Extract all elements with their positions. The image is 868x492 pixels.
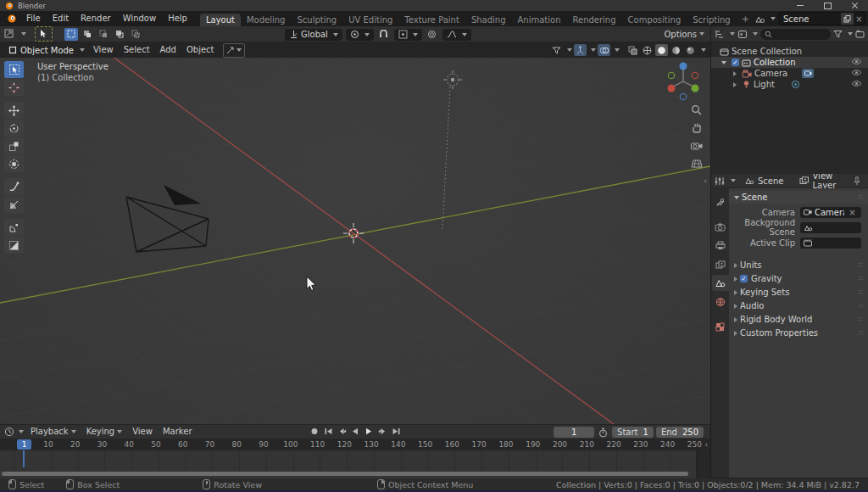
drag-handle-icon[interactable] — [859, 316, 863, 323]
outliner-row-camera[interactable]: Camera — [711, 68, 868, 79]
properties-editor-icon[interactable] — [715, 176, 725, 186]
disclosure-triangle-icon[interactable] — [733, 71, 737, 76]
disclosure-triangle-icon[interactable] — [721, 61, 726, 64]
play-button[interactable] — [364, 426, 375, 437]
playhead-line[interactable] — [23, 450, 25, 467]
breadcrumb-scene[interactable]: Scene — [758, 176, 784, 186]
timeline-menu-keying[interactable]: Keying — [81, 425, 128, 439]
tool-move[interactable] — [4, 102, 24, 119]
pin-icon[interactable] — [853, 176, 861, 186]
hide-in-viewport-toggle[interactable] — [851, 58, 862, 65]
auto-keying-toggle[interactable] — [309, 426, 320, 437]
viewport-sidebar-toggle[interactable]: ‹ — [704, 176, 707, 185]
properties-tab-output[interactable] — [712, 238, 729, 254]
workspace-tab-layout[interactable]: Layout — [200, 14, 241, 26]
pivot-point-dropdown[interactable] — [346, 29, 374, 41]
menu-file[interactable]: File — [20, 11, 47, 26]
background-scene-field[interactable] — [800, 222, 861, 233]
drag-handle-icon[interactable] — [859, 193, 863, 201]
gravity-panel-header[interactable]: Gravity — [729, 272, 868, 285]
select-mode-subtract-button[interactable] — [97, 28, 110, 41]
camera-data-icon[interactable] — [802, 69, 814, 78]
collection-checkbox[interactable] — [732, 59, 739, 66]
shading-material-button[interactable] — [670, 44, 682, 56]
search-input[interactable] — [775, 30, 826, 38]
tool-add-primitive[interactable] — [4, 237, 24, 254]
select-mode-extend-button[interactable] — [81, 28, 94, 41]
custom-properties-panel-header[interactable]: Custom Properties — [729, 327, 868, 339]
snap-target-dropdown[interactable] — [394, 29, 422, 41]
tool-select-box[interactable] — [4, 61, 24, 78]
xray-toggle[interactable] — [626, 44, 639, 56]
scene-selector[interactable]: Scene — [778, 12, 865, 25]
minimize-button[interactable] — [787, 0, 814, 11]
playhead[interactable]: 1 — [17, 439, 31, 450]
drag-handle-icon[interactable] — [859, 261, 863, 269]
shading-rendered-button[interactable] — [684, 44, 697, 56]
show-gizmo-toggle[interactable] — [574, 44, 587, 56]
tool-add-cube[interactable] — [4, 219, 24, 236]
scene-panel-header[interactable]: Scene — [729, 191, 868, 204]
timeline-menu-view[interactable]: View — [127, 425, 158, 439]
maximize-button[interactable] — [814, 0, 841, 11]
proportional-falloff-dropdown[interactable] — [442, 29, 471, 41]
viewport-menu-view[interactable]: View — [88, 42, 119, 58]
timeline-region-toggle[interactable]: ‹ — [704, 440, 708, 449]
hide-in-viewport-toggle[interactable] — [851, 80, 862, 87]
select-mode-set-button[interactable] — [64, 28, 78, 41]
units-panel-header[interactable]: Units — [729, 259, 868, 271]
outliner-row-collection[interactable]: Collection — [711, 57, 868, 68]
current-frame-field[interactable]: 1 — [554, 427, 594, 438]
timeline-track[interactable] — [0, 450, 710, 478]
snap-toggle-button[interactable] — [377, 28, 391, 41]
tool-measure[interactable] — [4, 196, 24, 213]
object-visibility-dropdown[interactable] — [550, 44, 563, 56]
properties-tab-scene[interactable] — [712, 275, 729, 291]
previous-keyframe-button[interactable] — [337, 426, 348, 437]
light-data-icon[interactable] — [791, 80, 800, 89]
clear-camera-button[interactable] — [847, 207, 858, 217]
workspace-tab-rendering[interactable]: Rendering — [566, 14, 621, 26]
unlink-scene-button[interactable] — [854, 13, 865, 25]
perspective-toggle-control[interactable] — [689, 157, 704, 170]
timeline-menu-marker[interactable]: Marker — [158, 425, 198, 439]
drag-handle-icon[interactable] — [859, 302, 863, 310]
select-mode-intersect-button[interactable] — [129, 28, 142, 41]
blender-menu-icon[interactable] — [3, 14, 20, 24]
show-overlays-toggle[interactable] — [598, 44, 610, 56]
tool-cursor[interactable] — [4, 79, 24, 96]
workspace-tab-modeling[interactable]: Modeling — [241, 14, 292, 26]
workspace-tab-texture-paint[interactable]: Texture Paint — [398, 14, 465, 26]
properties-tab-view-layer[interactable] — [712, 256, 729, 272]
camera-view-control[interactable] — [689, 139, 704, 152]
keying-sets-panel-header[interactable]: Keying Sets — [729, 286, 868, 299]
outliner-row-light[interactable]: Light — [711, 79, 868, 90]
viewport-3d[interactable]: Object Mode ViewSelectAddObject — [0, 42, 710, 424]
menu-window[interactable]: Window — [117, 11, 162, 26]
close-button[interactable] — [841, 0, 868, 11]
outliner-editor-icon[interactable] — [715, 30, 725, 39]
tool-rotate[interactable] — [4, 120, 24, 137]
outliner-row-scene-collection[interactable]: Scene Collection — [711, 46, 868, 57]
filter-icon[interactable] — [833, 30, 843, 38]
properties-tab-render[interactable] — [712, 219, 729, 235]
timeline-editor-icon[interactable] — [4, 427, 14, 437]
mode-options-dropdown[interactable] — [223, 43, 245, 58]
workspace-tab-shading[interactable]: Shading — [465, 14, 512, 26]
tool-transform[interactable] — [4, 155, 24, 172]
jump-to-end-button[interactable] — [391, 426, 402, 437]
hide-in-viewport-toggle[interactable] — [851, 69, 862, 76]
transform-orientation-dropdown[interactable]: Global — [285, 29, 342, 41]
tool-scale[interactable] — [4, 137, 24, 154]
viewport-menu-object[interactable]: Object — [181, 42, 220, 58]
menu-edit[interactable]: Edit — [47, 11, 75, 26]
drag-handle-icon[interactable] — [859, 275, 863, 282]
new-scene-button[interactable] — [841, 13, 854, 25]
timeline-menu-playback[interactable]: Playback — [25, 425, 81, 439]
outliner-display-mode-icon[interactable] — [737, 30, 748, 39]
workspace-tab-uv-editing[interactable]: UV Editing — [342, 14, 398, 26]
viewport-menu-select[interactable]: Select — [119, 42, 155, 58]
properties-tab-world[interactable] — [712, 294, 729, 310]
select-mode-invert-button[interactable] — [113, 28, 126, 41]
start-frame-field[interactable]: Start 1 — [612, 427, 654, 438]
